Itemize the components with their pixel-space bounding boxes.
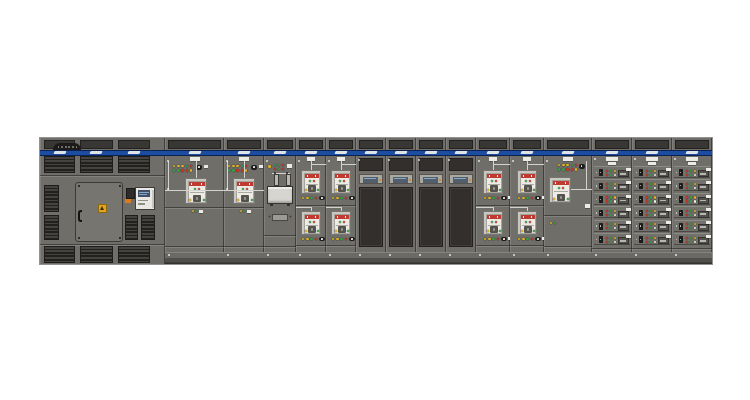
indicator-light xyxy=(345,197,347,199)
breaker-operator-dial xyxy=(560,196,563,199)
indicator-light xyxy=(525,180,527,182)
mcc-drawer-row xyxy=(594,166,630,178)
panel-seam xyxy=(510,245,544,247)
indicator-light xyxy=(339,221,341,223)
mimic-line xyxy=(571,189,592,190)
drawer-label-plate xyxy=(666,168,671,171)
breaker-operator xyxy=(338,226,346,233)
drawer-handle-bar xyxy=(620,213,626,215)
panel-seam xyxy=(165,246,224,248)
panel-screw xyxy=(676,185,678,187)
vent-panel xyxy=(118,246,150,263)
indicator-light xyxy=(686,210,688,212)
roof-panel xyxy=(449,140,473,149)
indicator-light xyxy=(606,183,608,185)
indicator-light xyxy=(686,241,688,243)
indicator-light xyxy=(236,169,238,171)
panel-screw xyxy=(636,239,638,241)
breaker-band-mark xyxy=(345,216,346,218)
indicator-light xyxy=(181,169,183,171)
base-strip xyxy=(446,258,476,264)
aux-switch-orange xyxy=(125,199,131,203)
drawer-switch-dot xyxy=(600,185,601,186)
breaker-operator xyxy=(524,226,532,233)
control-switch xyxy=(349,237,355,242)
panel-screw xyxy=(594,158,596,160)
drawer-switch xyxy=(599,169,604,176)
stacked-breaker-bay-4 xyxy=(510,138,544,264)
plinth-marker xyxy=(513,254,515,256)
plinth-marker xyxy=(479,254,481,256)
drawer-switch xyxy=(679,236,684,243)
base-strip xyxy=(386,258,416,264)
indicator-light xyxy=(335,230,337,232)
roof-panel xyxy=(675,140,709,149)
vent-panel xyxy=(44,246,75,263)
acb-bay-2 xyxy=(224,138,264,264)
drawer-switch-dot xyxy=(680,199,681,200)
indicator-light xyxy=(558,164,560,166)
indicator-light xyxy=(336,197,338,199)
plinth-marker xyxy=(635,254,637,256)
indicator-light xyxy=(562,187,564,189)
indicator-light xyxy=(646,170,648,172)
indicator-light xyxy=(487,189,489,191)
indicator-light xyxy=(646,237,648,239)
indicator-light xyxy=(315,238,317,240)
indicator-light xyxy=(654,241,656,243)
brand-logo-icon xyxy=(53,151,66,154)
breaker-operator-dial xyxy=(493,228,496,231)
control-bay-2 xyxy=(386,138,416,264)
vent-cover-panel xyxy=(449,158,473,171)
indicator-light xyxy=(650,170,652,172)
panel-screw xyxy=(226,160,228,162)
indicator-light xyxy=(343,180,345,182)
drawer-switch-dot xyxy=(600,239,601,240)
product-image xyxy=(0,0,750,400)
indicator-light xyxy=(650,183,652,185)
panel-screw xyxy=(448,159,450,161)
drawer-switch-dot xyxy=(640,225,641,226)
indicator-light xyxy=(654,174,656,176)
drawer-handle xyxy=(698,197,709,204)
drawer-switch-dot xyxy=(600,199,601,200)
breaker-operator-dial xyxy=(341,187,344,190)
indicator-light xyxy=(177,169,179,171)
breaker-unit xyxy=(517,211,537,235)
mimic-line xyxy=(493,164,510,165)
stacked-breaker-bay-2 xyxy=(326,138,356,264)
indicator-light xyxy=(614,227,616,229)
indicator-light xyxy=(694,241,696,243)
indicator-light xyxy=(533,189,535,191)
indicator-light xyxy=(177,165,179,167)
mimic-line xyxy=(311,164,326,165)
panel-screw xyxy=(676,172,678,174)
connector-pin-icon xyxy=(72,146,74,148)
cabinet-door xyxy=(75,182,123,242)
breaker-band-mark xyxy=(345,175,346,177)
breaker-band-mark xyxy=(315,216,316,218)
roof-panel xyxy=(118,140,150,149)
connector-pin-icon xyxy=(65,146,67,148)
control-switch xyxy=(501,237,507,242)
indicator-light xyxy=(241,169,243,171)
panel-screw xyxy=(167,188,169,190)
drawer-switch-dot xyxy=(640,199,641,200)
meter-button xyxy=(138,200,148,202)
indicator-light xyxy=(694,223,696,225)
indicator-light xyxy=(558,187,560,189)
plinth-marker xyxy=(675,254,677,256)
dark-door-panel xyxy=(359,187,383,247)
indicator-light xyxy=(236,165,238,167)
brand-logo-icon xyxy=(364,151,377,154)
mcc-drawer-row xyxy=(634,166,670,178)
roof-panel xyxy=(359,140,383,149)
indicator-light xyxy=(646,210,648,212)
drawer-handle-bar xyxy=(700,186,706,188)
panel-screw xyxy=(418,159,420,161)
indicator-light xyxy=(488,238,490,240)
indicator-light xyxy=(614,183,616,185)
indicator-light xyxy=(313,180,315,182)
indicator-light xyxy=(554,222,556,224)
indicator-light xyxy=(310,197,312,199)
